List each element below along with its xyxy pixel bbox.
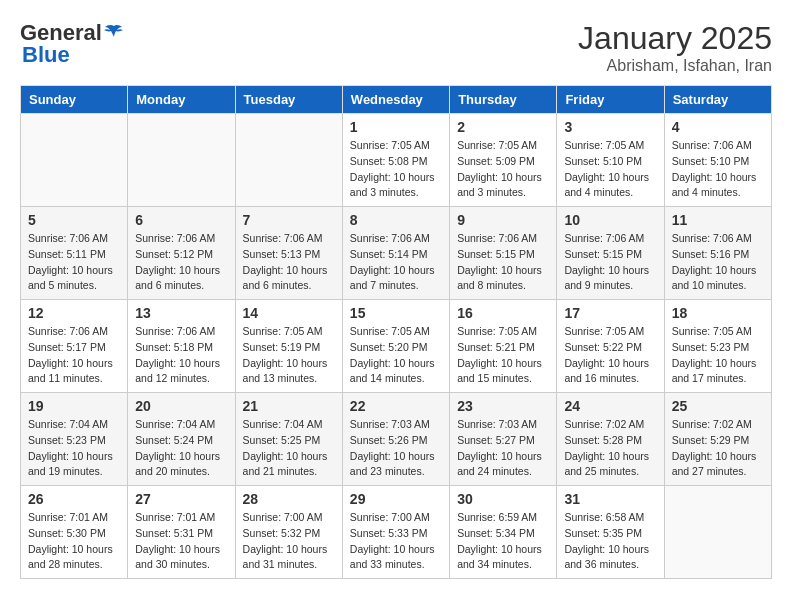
day-number: 5	[28, 212, 120, 228]
calendar-cell: 2Sunrise: 7:05 AMSunset: 5:09 PMDaylight…	[450, 114, 557, 207]
calendar-cell	[128, 114, 235, 207]
day-number: 1	[350, 119, 442, 135]
calendar-week-row: 5Sunrise: 7:06 AMSunset: 5:11 PMDaylight…	[21, 207, 772, 300]
calendar-week-row: 26Sunrise: 7:01 AMSunset: 5:30 PMDayligh…	[21, 486, 772, 579]
calendar-cell: 21Sunrise: 7:04 AMSunset: 5:25 PMDayligh…	[235, 393, 342, 486]
logo: General Blue	[20, 20, 124, 68]
calendar-cell: 29Sunrise: 7:00 AMSunset: 5:33 PMDayligh…	[342, 486, 449, 579]
day-info: Sunrise: 7:05 AMSunset: 5:21 PMDaylight:…	[457, 324, 549, 387]
day-info: Sunrise: 7:05 AMSunset: 5:23 PMDaylight:…	[672, 324, 764, 387]
logo-blue: Blue	[22, 42, 70, 68]
calendar-cell: 12Sunrise: 7:06 AMSunset: 5:17 PMDayligh…	[21, 300, 128, 393]
calendar-cell: 17Sunrise: 7:05 AMSunset: 5:22 PMDayligh…	[557, 300, 664, 393]
calendar-cell: 27Sunrise: 7:01 AMSunset: 5:31 PMDayligh…	[128, 486, 235, 579]
calendar-cell: 25Sunrise: 7:02 AMSunset: 5:29 PMDayligh…	[664, 393, 771, 486]
weekday-header-tuesday: Tuesday	[235, 86, 342, 114]
calendar-table: SundayMondayTuesdayWednesdayThursdayFrid…	[20, 85, 772, 579]
calendar-cell: 26Sunrise: 7:01 AMSunset: 5:30 PMDayligh…	[21, 486, 128, 579]
day-info: Sunrise: 7:05 AMSunset: 5:08 PMDaylight:…	[350, 138, 442, 201]
day-number: 27	[135, 491, 227, 507]
calendar-week-row: 12Sunrise: 7:06 AMSunset: 5:17 PMDayligh…	[21, 300, 772, 393]
calendar-cell: 1Sunrise: 7:05 AMSunset: 5:08 PMDaylight…	[342, 114, 449, 207]
day-info: Sunrise: 7:06 AMSunset: 5:16 PMDaylight:…	[672, 231, 764, 294]
calendar-cell: 16Sunrise: 7:05 AMSunset: 5:21 PMDayligh…	[450, 300, 557, 393]
weekday-header-row: SundayMondayTuesdayWednesdayThursdayFrid…	[21, 86, 772, 114]
day-number: 8	[350, 212, 442, 228]
calendar-cell: 13Sunrise: 7:06 AMSunset: 5:18 PMDayligh…	[128, 300, 235, 393]
calendar-cell: 5Sunrise: 7:06 AMSunset: 5:11 PMDaylight…	[21, 207, 128, 300]
day-info: Sunrise: 7:04 AMSunset: 5:23 PMDaylight:…	[28, 417, 120, 480]
calendar-week-row: 1Sunrise: 7:05 AMSunset: 5:08 PMDaylight…	[21, 114, 772, 207]
calendar-cell: 28Sunrise: 7:00 AMSunset: 5:32 PMDayligh…	[235, 486, 342, 579]
calendar-cell: 19Sunrise: 7:04 AMSunset: 5:23 PMDayligh…	[21, 393, 128, 486]
calendar-cell: 6Sunrise: 7:06 AMSunset: 5:12 PMDaylight…	[128, 207, 235, 300]
calendar-cell: 8Sunrise: 7:06 AMSunset: 5:14 PMDaylight…	[342, 207, 449, 300]
calendar-cell	[235, 114, 342, 207]
weekday-header-monday: Monday	[128, 86, 235, 114]
day-number: 18	[672, 305, 764, 321]
day-info: Sunrise: 7:03 AMSunset: 5:26 PMDaylight:…	[350, 417, 442, 480]
weekday-header-thursday: Thursday	[450, 86, 557, 114]
day-number: 14	[243, 305, 335, 321]
day-number: 11	[672, 212, 764, 228]
day-info: Sunrise: 7:06 AMSunset: 5:17 PMDaylight:…	[28, 324, 120, 387]
calendar-cell: 7Sunrise: 7:06 AMSunset: 5:13 PMDaylight…	[235, 207, 342, 300]
weekday-header-wednesday: Wednesday	[342, 86, 449, 114]
day-number: 10	[564, 212, 656, 228]
calendar-cell: 9Sunrise: 7:06 AMSunset: 5:15 PMDaylight…	[450, 207, 557, 300]
day-info: Sunrise: 7:01 AMSunset: 5:30 PMDaylight:…	[28, 510, 120, 573]
day-number: 12	[28, 305, 120, 321]
day-info: Sunrise: 7:05 AMSunset: 5:10 PMDaylight:…	[564, 138, 656, 201]
calendar-title: January 2025	[578, 20, 772, 57]
weekday-header-saturday: Saturday	[664, 86, 771, 114]
day-number: 29	[350, 491, 442, 507]
day-number: 25	[672, 398, 764, 414]
day-number: 23	[457, 398, 549, 414]
calendar-cell: 22Sunrise: 7:03 AMSunset: 5:26 PMDayligh…	[342, 393, 449, 486]
calendar-subtitle: Abrisham, Isfahan, Iran	[578, 57, 772, 75]
day-info: Sunrise: 7:06 AMSunset: 5:15 PMDaylight:…	[457, 231, 549, 294]
logo-bird-icon	[104, 24, 124, 42]
day-number: 20	[135, 398, 227, 414]
day-number: 3	[564, 119, 656, 135]
day-info: Sunrise: 7:05 AMSunset: 5:19 PMDaylight:…	[243, 324, 335, 387]
day-info: Sunrise: 7:04 AMSunset: 5:24 PMDaylight:…	[135, 417, 227, 480]
day-info: Sunrise: 7:04 AMSunset: 5:25 PMDaylight:…	[243, 417, 335, 480]
calendar-cell	[664, 486, 771, 579]
day-info: Sunrise: 7:06 AMSunset: 5:13 PMDaylight:…	[243, 231, 335, 294]
day-number: 19	[28, 398, 120, 414]
day-number: 4	[672, 119, 764, 135]
day-number: 16	[457, 305, 549, 321]
day-number: 17	[564, 305, 656, 321]
day-info: Sunrise: 7:01 AMSunset: 5:31 PMDaylight:…	[135, 510, 227, 573]
day-info: Sunrise: 7:03 AMSunset: 5:27 PMDaylight:…	[457, 417, 549, 480]
day-info: Sunrise: 7:02 AMSunset: 5:28 PMDaylight:…	[564, 417, 656, 480]
day-number: 6	[135, 212, 227, 228]
title-section: January 2025 Abrisham, Isfahan, Iran	[578, 20, 772, 75]
calendar-cell: 11Sunrise: 7:06 AMSunset: 5:16 PMDayligh…	[664, 207, 771, 300]
day-info: Sunrise: 7:06 AMSunset: 5:10 PMDaylight:…	[672, 138, 764, 201]
calendar-cell	[21, 114, 128, 207]
day-info: Sunrise: 7:06 AMSunset: 5:12 PMDaylight:…	[135, 231, 227, 294]
calendar-cell: 31Sunrise: 6:58 AMSunset: 5:35 PMDayligh…	[557, 486, 664, 579]
day-number: 2	[457, 119, 549, 135]
calendar-cell: 23Sunrise: 7:03 AMSunset: 5:27 PMDayligh…	[450, 393, 557, 486]
day-number: 15	[350, 305, 442, 321]
calendar-cell: 3Sunrise: 7:05 AMSunset: 5:10 PMDaylight…	[557, 114, 664, 207]
day-info: Sunrise: 7:06 AMSunset: 5:15 PMDaylight:…	[564, 231, 656, 294]
day-info: Sunrise: 7:00 AMSunset: 5:33 PMDaylight:…	[350, 510, 442, 573]
day-number: 28	[243, 491, 335, 507]
day-number: 26	[28, 491, 120, 507]
day-info: Sunrise: 7:02 AMSunset: 5:29 PMDaylight:…	[672, 417, 764, 480]
weekday-header-sunday: Sunday	[21, 86, 128, 114]
calendar-cell: 15Sunrise: 7:05 AMSunset: 5:20 PMDayligh…	[342, 300, 449, 393]
calendar-cell: 30Sunrise: 6:59 AMSunset: 5:34 PMDayligh…	[450, 486, 557, 579]
calendar-cell: 24Sunrise: 7:02 AMSunset: 5:28 PMDayligh…	[557, 393, 664, 486]
calendar-cell: 10Sunrise: 7:06 AMSunset: 5:15 PMDayligh…	[557, 207, 664, 300]
page-header: General Blue January 2025 Abrisham, Isfa…	[20, 20, 772, 75]
day-info: Sunrise: 7:06 AMSunset: 5:18 PMDaylight:…	[135, 324, 227, 387]
day-info: Sunrise: 7:05 AMSunset: 5:09 PMDaylight:…	[457, 138, 549, 201]
day-info: Sunrise: 7:05 AMSunset: 5:20 PMDaylight:…	[350, 324, 442, 387]
day-number: 21	[243, 398, 335, 414]
day-number: 7	[243, 212, 335, 228]
